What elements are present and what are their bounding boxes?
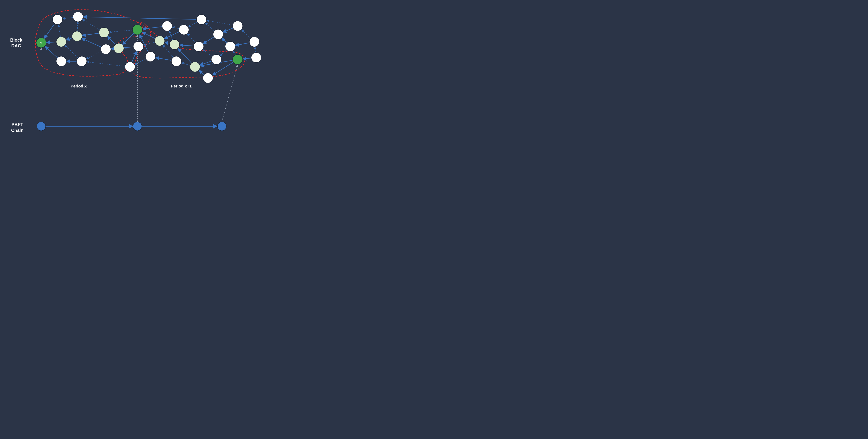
dag-node-white [211,54,221,64]
dag-edge [255,47,255,52]
dag-node-white [203,73,213,83]
dag-node-white [101,44,111,54]
dag-node-lightgreen [99,28,109,37]
dag-edge [82,33,99,35]
dag-edge [77,22,78,31]
dag-node-lightgreen [190,62,200,72]
dag-edge [241,30,250,38]
dag-edge [164,32,179,39]
dag-node-white [194,41,204,52]
dag-node-white [53,14,63,25]
dag-node-white [77,56,87,66]
dag-node-lightgreen [169,39,180,50]
dag-edge [188,22,197,27]
dag-node-white [249,37,259,47]
dag-edge [87,62,125,66]
dag-edge [222,38,226,43]
dag-node-white [196,14,207,25]
dag-edge [181,63,190,65]
dag-edge [223,28,233,32]
dag-node-lightgreen [155,36,165,46]
dag-node-green [36,38,46,48]
pbft-node [37,122,46,131]
pbft-node [133,122,142,131]
dag-node-white [125,62,135,72]
dag-edge [45,46,58,58]
dag-node-white [232,21,243,31]
dag-edge [143,27,162,29]
dag-edge [59,25,61,37]
dag-node-white [145,52,155,62]
dag-edge [142,32,155,39]
dag-edge [156,58,172,60]
dag-edge [187,34,195,42]
dag-node-lightgreen [114,43,124,53]
diagram-canvas: Block DAG PBFT Chain Period x Period x+1… [0,0,286,145]
dag-edge [134,59,146,65]
dag-edge [83,20,99,30]
dag-edge [123,33,134,44]
dag-node-green [132,25,143,35]
dag-edge [180,45,193,46]
dag-edge [235,43,249,45]
dag-edge [46,42,56,42]
dag-edge [83,17,196,20]
dag-node-white [56,56,66,66]
dag-edge [207,21,232,25]
dag-node-white [133,41,143,52]
label-block-dag: Block DAG [10,37,22,49]
dag-node-lightgreen [56,37,66,47]
dag-edge [44,24,55,38]
dag-edge [109,30,132,32]
dag-node-lightgreen [72,31,82,41]
dag-edge [65,45,78,58]
dag-edge [63,18,73,19]
dag-node-white [179,25,189,35]
dag-edge [66,38,72,40]
dag-edge [203,37,214,44]
dag-node-white [162,21,172,31]
dag-edge [203,50,212,57]
dag-node-white [73,12,83,22]
dag-edge [82,38,101,47]
dag-edge [143,42,155,45]
dag-node-white [251,53,261,63]
label-period-x: Period x [70,84,87,89]
label-period-x1: Period x+1 [171,84,192,89]
dag-node-white [225,41,235,52]
dag-edge [199,70,204,75]
dag-edge [205,23,214,31]
dag-node-green [232,54,243,64]
dag-edge [107,36,115,44]
label-pbft-chain: PBFT Chain [11,122,24,133]
dag-edge [233,51,235,55]
dag-edge [86,52,101,59]
pbft-node [217,122,226,131]
dag-edge [172,27,179,29]
diagram-svg [0,0,286,145]
dag-node-white [213,29,223,39]
dag-node-white [172,56,181,66]
dag-edge [220,50,226,56]
